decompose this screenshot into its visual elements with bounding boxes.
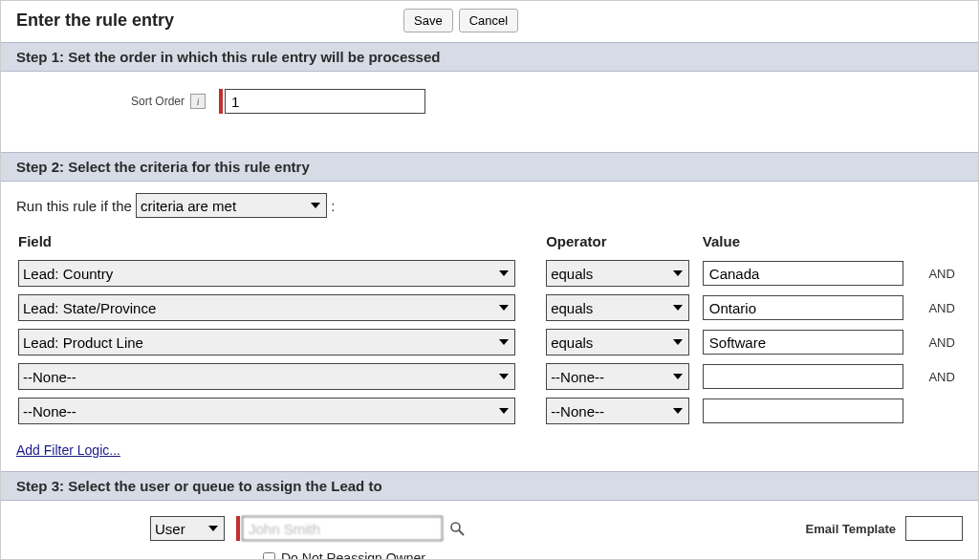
criteria-field-select[interactable]: Lead: Country bbox=[18, 260, 515, 287]
criteria-row: --None-- --None-- bbox=[18, 395, 961, 427]
lookup-icon[interactable] bbox=[448, 520, 466, 537]
criteria-field-select[interactable]: Lead: State/Province bbox=[18, 294, 515, 321]
criteria-join: AND bbox=[919, 291, 961, 324]
criteria-operator-select[interactable]: equals bbox=[546, 260, 689, 287]
criteria-value-input[interactable] bbox=[703, 364, 903, 389]
sort-order-label: Sort Order bbox=[131, 95, 185, 108]
col-operator: Operator bbox=[546, 233, 701, 255]
assignee-input[interactable] bbox=[242, 516, 443, 541]
criteria-table: Field Operator Value Lead: Country equal… bbox=[16, 231, 963, 429]
required-indicator bbox=[236, 516, 240, 541]
email-template-label: Email Template bbox=[806, 522, 896, 536]
criteria-value-input[interactable] bbox=[703, 330, 903, 355]
criteria-join bbox=[919, 395, 961, 427]
page-title: Enter the rule entry bbox=[16, 11, 174, 31]
email-template-input[interactable] bbox=[905, 516, 963, 541]
criteria-operator-select[interactable]: --None-- bbox=[546, 363, 689, 390]
svg-point-0 bbox=[451, 523, 460, 531]
step3-header: Step 3: Select the user or queue to assi… bbox=[1, 471, 978, 501]
criteria-operator-select[interactable]: --None-- bbox=[546, 398, 689, 424]
criteria-operator-select[interactable]: equals bbox=[546, 329, 689, 355]
criteria-operator-select[interactable]: equals bbox=[546, 294, 689, 321]
required-indicator bbox=[219, 89, 223, 114]
sort-order-input[interactable] bbox=[225, 89, 425, 114]
criteria-row: --None-- --None-- AND bbox=[18, 360, 961, 393]
info-icon[interactable]: i bbox=[190, 94, 206, 109]
run-rule-condition-select[interactable]: criteria are met bbox=[136, 193, 327, 218]
criteria-row: Lead: Product Line equals AND bbox=[18, 326, 961, 358]
run-rule-suffix: : bbox=[331, 198, 335, 214]
criteria-join: AND bbox=[919, 257, 961, 290]
save-button[interactable]: Save bbox=[403, 9, 453, 32]
criteria-row: Lead: Country equals AND bbox=[18, 257, 961, 290]
run-rule-prefix: Run this rule if the bbox=[16, 198, 132, 214]
criteria-field-select[interactable]: --None-- bbox=[18, 363, 515, 390]
add-filter-logic-link[interactable]: Add Filter Logic... bbox=[16, 442, 120, 458]
criteria-field-select[interactable]: --None-- bbox=[18, 398, 515, 424]
step1-header: Step 1: Set the order in which this rule… bbox=[1, 42, 978, 72]
criteria-join: AND bbox=[919, 360, 961, 393]
col-field: Field bbox=[18, 233, 544, 255]
col-value: Value bbox=[703, 233, 918, 255]
do-not-reassign-checkbox[interactable] bbox=[263, 552, 275, 561]
criteria-field-select[interactable]: Lead: Product Line bbox=[18, 329, 515, 355]
step2-header: Step 2: Select the criteria for this rul… bbox=[1, 152, 978, 182]
criteria-value-input[interactable] bbox=[703, 261, 903, 286]
criteria-row: Lead: State/Province equals AND bbox=[18, 291, 961, 324]
cancel-button[interactable]: Cancel bbox=[459, 9, 518, 32]
criteria-value-input[interactable] bbox=[703, 295, 903, 320]
criteria-join: AND bbox=[919, 326, 961, 358]
assignee-type-select[interactable]: User bbox=[150, 516, 225, 541]
do-not-reassign-label: Do Not Reassign Owner bbox=[281, 550, 425, 560]
criteria-value-input[interactable] bbox=[703, 398, 903, 423]
svg-line-1 bbox=[459, 530, 464, 535]
